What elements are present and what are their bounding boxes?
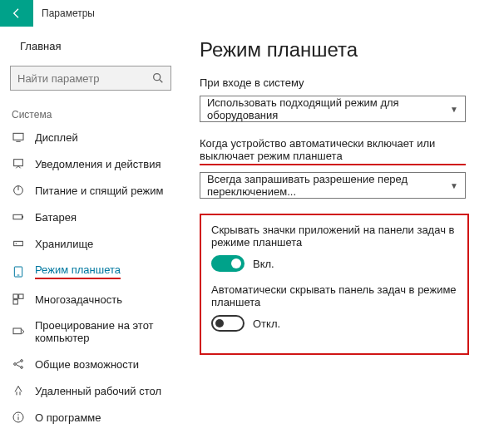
autohide-state: Откл. <box>253 318 280 330</box>
battery-icon <box>12 210 25 224</box>
highlighted-options: Скрывать значки приложений на панели зад… <box>200 214 469 355</box>
chevron-down-icon: ▼ <box>450 105 458 114</box>
arrow-left-icon <box>10 7 23 20</box>
svg-line-21 <box>16 362 20 364</box>
auto-switch-dropdown-value: Всегда запрашивать разрешение перед пере… <box>207 173 450 198</box>
home-label: Главная <box>20 40 61 52</box>
page-title: Режим планшета <box>200 38 482 62</box>
sidebar-section-label: Система <box>0 101 181 124</box>
hide-icons-toggle-row: Вкл. <box>211 255 457 272</box>
sidebar-item-shared[interactable]: Общие возможности <box>0 351 181 377</box>
sidebar-item-battery[interactable]: Батарея <box>0 204 181 230</box>
svg-line-22 <box>16 365 20 367</box>
svg-point-11 <box>16 243 17 244</box>
auto-switch-label: Когда устройство автоматически включает … <box>200 137 466 165</box>
svg-rect-15 <box>19 294 23 298</box>
sidebar-item-notifications[interactable]: Уведомления и действия <box>0 150 181 177</box>
body: Главная Система Дисплей Уведом <box>0 27 499 448</box>
hide-icons-toggle[interactable] <box>211 255 245 272</box>
search-icon <box>151 71 165 87</box>
svg-rect-8 <box>13 214 22 219</box>
multitasking-icon <box>12 293 25 306</box>
svg-rect-17 <box>13 328 21 334</box>
display-icon <box>12 130 25 144</box>
content: Режим планшета При входе в систему Испол… <box>181 27 499 448</box>
sidebar-item-label: Хранилище <box>35 238 93 250</box>
remote-desktop-icon <box>12 384 25 397</box>
notifications-icon <box>12 157 25 170</box>
search-input[interactable] <box>10 66 171 91</box>
svg-point-1 <box>154 74 161 81</box>
back-button[interactable] <box>0 0 33 27</box>
svg-rect-5 <box>14 160 23 166</box>
svg-rect-9 <box>22 216 23 219</box>
autohide-label: Автоматически скрывать панель задач в ре… <box>211 283 457 308</box>
tablet-icon <box>12 265 25 278</box>
svg-rect-14 <box>13 294 17 298</box>
autohide-toggle[interactable] <box>211 315 245 332</box>
sidebar-item-label: Дисплей <box>35 131 78 144</box>
sidebar-item-storage[interactable]: Хранилище <box>0 230 181 257</box>
power-icon <box>12 184 25 197</box>
svg-rect-3 <box>13 133 23 140</box>
svg-point-25 <box>17 414 18 415</box>
sidebar-item-display[interactable]: Дисплей <box>0 124 181 150</box>
titlebar: Параметры <box>0 0 499 27</box>
sidebar-item-tablet-mode[interactable]: Режим планшета <box>0 257 181 286</box>
svg-point-18 <box>14 363 17 366</box>
projecting-icon <box>12 325 25 338</box>
signin-dropdown[interactable]: Использовать подходящий режим для оборуд… <box>200 96 466 122</box>
svg-rect-10 <box>14 241 23 245</box>
sidebar-item-about[interactable]: О программе <box>0 404 181 431</box>
signin-label: При входе в систему <box>200 76 482 89</box>
sidebar-item-projecting[interactable]: Проецирование на этот компьютер <box>0 313 181 351</box>
storage-icon <box>12 237 25 250</box>
app-title: Параметры <box>33 0 95 27</box>
info-icon <box>12 411 25 424</box>
auto-switch-dropdown[interactable]: Всегда запрашивать разрешение перед пере… <box>200 172 466 199</box>
settings-window: Параметры Главная Система <box>0 0 499 448</box>
signin-dropdown-value: Использовать подходящий режим для оборуд… <box>207 96 450 121</box>
svg-line-2 <box>160 80 162 82</box>
svg-rect-16 <box>13 300 17 304</box>
shared-icon <box>12 357 25 371</box>
sidebar-item-label: Проецирование на этот компьютер <box>35 319 170 344</box>
sidebar: Главная Система Дисплей Уведом <box>0 27 181 448</box>
sidebar-item-label: Режим планшета <box>35 263 121 279</box>
sidebar-item-label: Многозадачность <box>35 293 122 306</box>
hide-icons-state: Вкл. <box>253 258 274 270</box>
sidebar-item-label: Питание и спящий режим <box>35 185 163 197</box>
sidebar-item-label: Общие возможности <box>35 358 139 371</box>
sidebar-item-label: Удаленный рабочий стол <box>35 385 161 397</box>
autohide-toggle-row: Откл. <box>211 315 457 332</box>
search-wrap <box>0 59 181 101</box>
sidebar-item-label: О программе <box>35 411 101 424</box>
sidebar-nav: Дисплей Уведомления и действия Питание и… <box>0 124 181 431</box>
sidebar-item-remote-desktop[interactable]: Удаленный рабочий стол <box>0 377 181 404</box>
chevron-down-icon: ▼ <box>450 181 458 190</box>
home-link[interactable]: Главная <box>0 33 181 59</box>
svg-point-19 <box>21 360 23 362</box>
sidebar-item-power[interactable]: Питание и спящий режим <box>0 177 181 204</box>
sidebar-item-label: Уведомления и действия <box>35 158 161 170</box>
svg-point-20 <box>21 367 23 369</box>
hide-icons-label: Скрывать значки приложений на панели зад… <box>211 224 457 249</box>
sidebar-item-multitasking[interactable]: Многозадачность <box>0 286 181 313</box>
sidebar-item-label: Батарея <box>35 211 77 224</box>
